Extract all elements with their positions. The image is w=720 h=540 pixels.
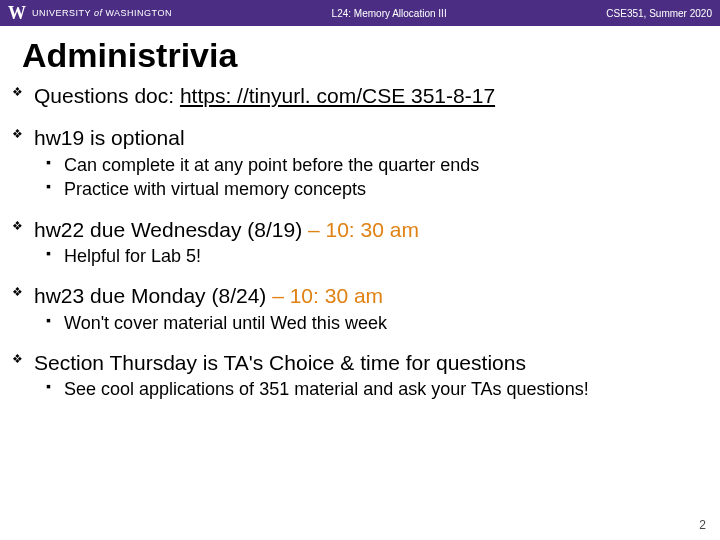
header-bar: W UNIVERSITY of WASHINGTON L24: Memory A… xyxy=(0,0,720,26)
hw22-sub1: Helpful for Lab 5! xyxy=(64,245,698,268)
bullet-hw19: hw19 is optional Can complete it at any … xyxy=(34,125,698,200)
hw22-sublist: Helpful for Lab 5! xyxy=(34,245,698,268)
page-number: 2 xyxy=(699,518,706,532)
hw19-sub2: Practice with virtual memory concepts xyxy=(64,178,698,201)
questions-doc-prefix: Questions doc: xyxy=(34,84,180,107)
bullet-section: Section Thursday is TA's Choice & time f… xyxy=(34,350,698,401)
hw23-sub1: Won't cover material until Wed this week xyxy=(64,312,698,335)
univ-name: WASHINGTON xyxy=(105,8,172,18)
university-text: UNIVERSITY of WASHINGTON xyxy=(32,8,172,18)
course-label: CSE351, Summer 2020 xyxy=(606,8,712,19)
univ-prefix: UNIVERSITY xyxy=(32,8,91,18)
questions-doc-link[interactable]: https: //tinyurl. com/CSE 351-8-17 xyxy=(180,84,495,107)
section-sublist: See cool applications of 351 material an… xyxy=(34,378,698,401)
uw-logo-icon: W xyxy=(8,4,26,22)
hw23-sublist: Won't cover material until Wed this week xyxy=(34,312,698,335)
slide-title: Administrivia xyxy=(22,36,720,75)
hw22-due: – 10: 30 am xyxy=(308,218,419,241)
lecture-label: L24: Memory Allocation III xyxy=(332,8,447,19)
section-text: Section Thursday is TA's Choice & time f… xyxy=(34,351,526,374)
hw22-text: hw22 due Wednesday (8/19) xyxy=(34,218,308,241)
hw19-sublist: Can complete it at any point before the … xyxy=(34,154,698,201)
header-left: W UNIVERSITY of WASHINGTON xyxy=(8,4,172,22)
hw19-sub1: Can complete it at any point before the … xyxy=(64,154,698,177)
bullet-questions-doc: Questions doc: https: //tinyurl. com/CSE… xyxy=(34,83,698,109)
section-sub1: See cool applications of 351 material an… xyxy=(64,378,698,401)
univ-of: of xyxy=(94,8,103,18)
bullet-hw23: hw23 due Monday (8/24) – 10: 30 am Won't… xyxy=(34,283,698,334)
hw19-text: hw19 is optional xyxy=(34,126,185,149)
hw23-due: – 10: 30 am xyxy=(272,284,383,307)
bullet-list: Questions doc: https: //tinyurl. com/CSE… xyxy=(0,83,720,401)
bullet-hw22: hw22 due Wednesday (8/19) – 10: 30 am He… xyxy=(34,217,698,268)
hw23-text: hw23 due Monday (8/24) xyxy=(34,284,272,307)
